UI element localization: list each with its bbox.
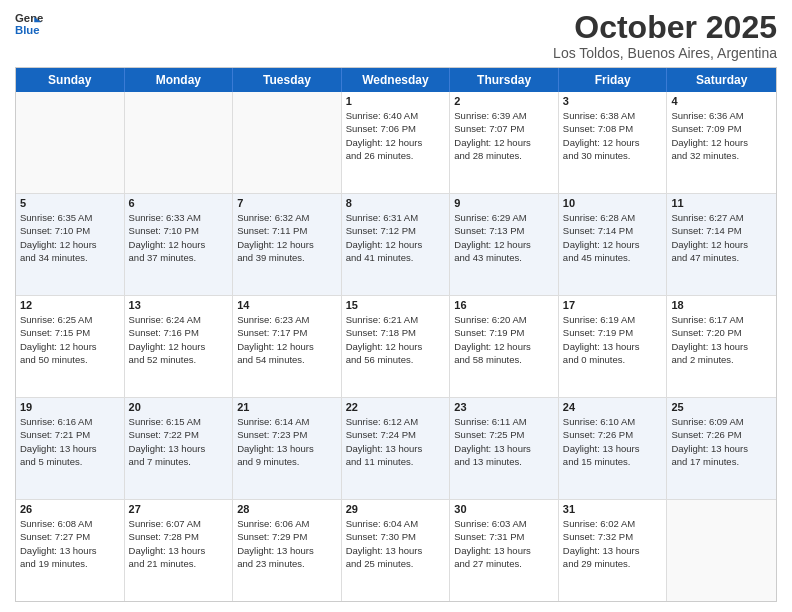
day-cell-11: 11Sunrise: 6:27 AMSunset: 7:14 PMDayligh…	[667, 194, 776, 295]
day-cell-29: 29Sunrise: 6:04 AMSunset: 7:30 PMDayligh…	[342, 500, 451, 601]
cell-text-line: Daylight: 12 hours	[129, 238, 229, 251]
calendar: SundayMondayTuesdayWednesdayThursdayFrid…	[15, 67, 777, 602]
cell-text-line: Daylight: 13 hours	[237, 442, 337, 455]
calendar-row-1: 1Sunrise: 6:40 AMSunset: 7:06 PMDaylight…	[16, 92, 776, 194]
cell-text-line: Daylight: 12 hours	[20, 340, 120, 353]
day-number: 12	[20, 299, 120, 311]
cell-text-line: Sunset: 7:21 PM	[20, 428, 120, 441]
cell-text-line: and 34 minutes.	[20, 251, 120, 264]
cell-text-line: Sunset: 7:32 PM	[563, 530, 663, 543]
day-cell-8: 8Sunrise: 6:31 AMSunset: 7:12 PMDaylight…	[342, 194, 451, 295]
cell-text-line: and 21 minutes.	[129, 557, 229, 570]
cell-text-line: and 43 minutes.	[454, 251, 554, 264]
cell-text-line: Daylight: 12 hours	[671, 238, 772, 251]
cell-text-line: and 9 minutes.	[237, 455, 337, 468]
cell-text-line: Sunrise: 6:16 AM	[20, 415, 120, 428]
day-number: 4	[671, 95, 772, 107]
cell-text-line: Sunset: 7:18 PM	[346, 326, 446, 339]
cell-text-line: Daylight: 12 hours	[20, 238, 120, 251]
cell-text-line: Sunrise: 6:04 AM	[346, 517, 446, 530]
title-block: October 2025 Los Toldos, Buenos Aires, A…	[553, 10, 777, 61]
location-subtitle: Los Toldos, Buenos Aires, Argentina	[553, 45, 777, 61]
cell-text-line: Sunrise: 6:35 AM	[20, 211, 120, 224]
day-cell-27: 27Sunrise: 6:07 AMSunset: 7:28 PMDayligh…	[125, 500, 234, 601]
day-number: 20	[129, 401, 229, 413]
cell-text-line: Daylight: 12 hours	[346, 340, 446, 353]
cell-text-line: Sunrise: 6:31 AM	[346, 211, 446, 224]
cell-text-line: Daylight: 12 hours	[237, 238, 337, 251]
cell-text-line: and 13 minutes.	[454, 455, 554, 468]
cell-text-line: and 19 minutes.	[20, 557, 120, 570]
day-number: 5	[20, 197, 120, 209]
day-cell-12: 12Sunrise: 6:25 AMSunset: 7:15 PMDayligh…	[16, 296, 125, 397]
calendar-header-row: SundayMondayTuesdayWednesdayThursdayFrid…	[16, 68, 776, 92]
day-cell-31: 31Sunrise: 6:02 AMSunset: 7:32 PMDayligh…	[559, 500, 668, 601]
cell-text-line: Sunrise: 6:36 AM	[671, 109, 772, 122]
weekday-header-saturday: Saturday	[667, 68, 776, 92]
cell-text-line: Sunset: 7:14 PM	[563, 224, 663, 237]
cell-text-line: Sunset: 7:31 PM	[454, 530, 554, 543]
day-number: 18	[671, 299, 772, 311]
day-number: 16	[454, 299, 554, 311]
day-number: 11	[671, 197, 772, 209]
day-number: 31	[563, 503, 663, 515]
cell-text-line: Daylight: 12 hours	[671, 136, 772, 149]
day-number: 22	[346, 401, 446, 413]
logo-icon: General Blue	[15, 10, 43, 38]
cell-text-line: Sunset: 7:19 PM	[563, 326, 663, 339]
cell-text-line: Daylight: 13 hours	[346, 442, 446, 455]
cell-text-line: and 30 minutes.	[563, 149, 663, 162]
cell-text-line: and 54 minutes.	[237, 353, 337, 366]
calendar-row-2: 5Sunrise: 6:35 AMSunset: 7:10 PMDaylight…	[16, 194, 776, 296]
cell-text-line: Sunset: 7:25 PM	[454, 428, 554, 441]
day-number: 27	[129, 503, 229, 515]
cell-text-line: Sunset: 7:22 PM	[129, 428, 229, 441]
cell-text-line: Sunset: 7:28 PM	[129, 530, 229, 543]
cell-text-line: Sunrise: 6:24 AM	[129, 313, 229, 326]
cell-text-line: Sunset: 7:19 PM	[454, 326, 554, 339]
cell-text-line: and 50 minutes.	[20, 353, 120, 366]
day-cell-9: 9Sunrise: 6:29 AMSunset: 7:13 PMDaylight…	[450, 194, 559, 295]
cell-text-line: Daylight: 13 hours	[671, 340, 772, 353]
empty-cell	[16, 92, 125, 193]
day-number: 29	[346, 503, 446, 515]
day-number: 2	[454, 95, 554, 107]
cell-text-line: Sunrise: 6:02 AM	[563, 517, 663, 530]
day-number: 9	[454, 197, 554, 209]
cell-text-line: Daylight: 12 hours	[346, 238, 446, 251]
day-cell-14: 14Sunrise: 6:23 AMSunset: 7:17 PMDayligh…	[233, 296, 342, 397]
month-title: October 2025	[553, 10, 777, 45]
day-number: 28	[237, 503, 337, 515]
day-number: 14	[237, 299, 337, 311]
cell-text-line: Sunset: 7:13 PM	[454, 224, 554, 237]
page: General Blue October 2025 Los Toldos, Bu…	[0, 0, 792, 612]
cell-text-line: Sunset: 7:07 PM	[454, 122, 554, 135]
cell-text-line: Sunrise: 6:03 AM	[454, 517, 554, 530]
weekday-header-friday: Friday	[559, 68, 668, 92]
cell-text-line: Daylight: 13 hours	[129, 544, 229, 557]
calendar-row-3: 12Sunrise: 6:25 AMSunset: 7:15 PMDayligh…	[16, 296, 776, 398]
cell-text-line: Sunrise: 6:29 AM	[454, 211, 554, 224]
cell-text-line: Daylight: 12 hours	[454, 340, 554, 353]
cell-text-line: Sunset: 7:30 PM	[346, 530, 446, 543]
cell-text-line: Sunset: 7:16 PM	[129, 326, 229, 339]
cell-text-line: Sunset: 7:26 PM	[671, 428, 772, 441]
cell-text-line: Sunrise: 6:23 AM	[237, 313, 337, 326]
cell-text-line: and 45 minutes.	[563, 251, 663, 264]
day-cell-16: 16Sunrise: 6:20 AMSunset: 7:19 PMDayligh…	[450, 296, 559, 397]
header: General Blue October 2025 Los Toldos, Bu…	[15, 10, 777, 61]
cell-text-line: and 52 minutes.	[129, 353, 229, 366]
weekday-header-wednesday: Wednesday	[342, 68, 451, 92]
cell-text-line: Daylight: 13 hours	[237, 544, 337, 557]
day-number: 7	[237, 197, 337, 209]
cell-text-line: Sunrise: 6:08 AM	[20, 517, 120, 530]
cell-text-line: Sunrise: 6:20 AM	[454, 313, 554, 326]
day-cell-22: 22Sunrise: 6:12 AMSunset: 7:24 PMDayligh…	[342, 398, 451, 499]
day-cell-7: 7Sunrise: 6:32 AMSunset: 7:11 PMDaylight…	[233, 194, 342, 295]
day-cell-13: 13Sunrise: 6:24 AMSunset: 7:16 PMDayligh…	[125, 296, 234, 397]
cell-text-line: and 56 minutes.	[346, 353, 446, 366]
cell-text-line: Sunset: 7:24 PM	[346, 428, 446, 441]
empty-cell	[233, 92, 342, 193]
calendar-row-5: 26Sunrise: 6:08 AMSunset: 7:27 PMDayligh…	[16, 500, 776, 601]
svg-text:Blue: Blue	[15, 24, 40, 36]
